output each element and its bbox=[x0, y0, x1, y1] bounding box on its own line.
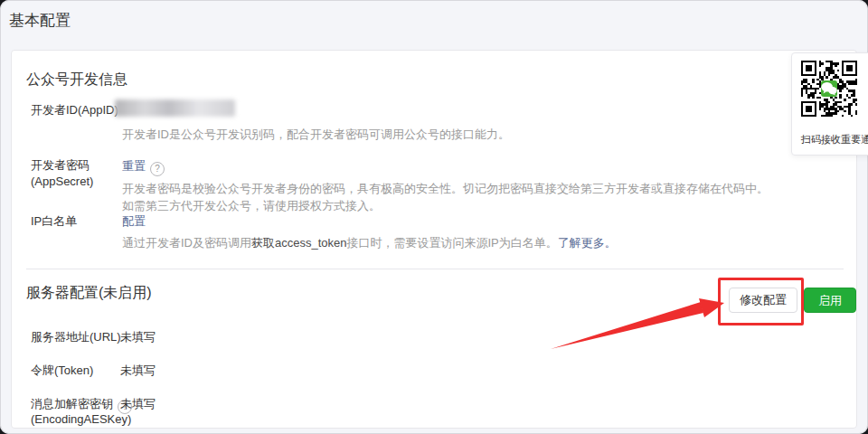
appsecret-help-icon[interactable]: ? bbox=[150, 162, 165, 176]
qr-code bbox=[801, 61, 857, 117]
server-url-label: 服务器地址(URL) bbox=[31, 329, 121, 344]
learn-more-link[interactable]: 了解更多。 bbox=[558, 236, 617, 250]
appsecret-actions: 重置? bbox=[122, 157, 165, 176]
server-url-value: 未填写 bbox=[120, 329, 156, 345]
configure-ip-whitelist-link[interactable]: 配置 bbox=[122, 213, 146, 230]
qr-notification-card: 扫码接收重要通知 bbox=[791, 52, 868, 156]
appid-label: 开发者ID(AppID) bbox=[31, 102, 118, 118]
appid-description: 开发者ID是公众号开发识别码，配合开发者密码可调用公众号的接口能力。 bbox=[122, 126, 775, 143]
basic-config-page: 基本配置 公众号开发信息 开发者ID(AppID) 开发者ID是公众号开发识别码… bbox=[0, 0, 868, 434]
aeskey-label-sub: (EncodingAESKey) bbox=[31, 411, 131, 427]
aeskey-value: 未填写 bbox=[120, 396, 156, 412]
reset-appsecret-link[interactable]: 重置 bbox=[122, 159, 146, 173]
ip-desc-suffix: 接口时，需要设置访问来源IP为白名单。 bbox=[347, 236, 558, 250]
appsecret-label-sub: (AppSecret) bbox=[31, 174, 93, 189]
qr-caption: 扫码接收重要通知 bbox=[801, 133, 868, 146]
enable-button[interactable]: 启用 bbox=[804, 288, 856, 313]
page-title: 基本配置 bbox=[9, 10, 71, 31]
ip-whitelist-label: IP白名单 bbox=[31, 213, 77, 229]
ip-desc-prefix: 通过开发者ID及密码调用 bbox=[122, 236, 251, 250]
appsecret-label: 开发者密码 bbox=[31, 157, 90, 173]
appid-value-redacted bbox=[115, 99, 235, 117]
section-divider bbox=[26, 269, 844, 269]
wechat-logo-icon bbox=[821, 80, 837, 97]
server-config-heading: 服务器配置(未启用) bbox=[26, 284, 152, 303]
main-card: 公众号开发信息 开发者ID(AppID) 开发者ID是公众号开发识别码，配合开发… bbox=[11, 50, 857, 429]
token-value: 未填写 bbox=[120, 363, 156, 379]
ip-whitelist-description: 通过开发者ID及密码调用获取access_token接口时，需要设置访问来源IP… bbox=[122, 234, 775, 251]
access-token-text: 获取access_token bbox=[251, 236, 347, 250]
modify-config-button[interactable]: 修改配置 bbox=[729, 288, 797, 313]
appsecret-description: 开发者密码是校验公众号开发者身份的密码，具有极高的安全性。切记勿把密码直接交给第… bbox=[122, 180, 775, 214]
dev-info-heading: 公众号开发信息 bbox=[26, 71, 127, 90]
token-label: 令牌(Token) bbox=[31, 363, 93, 378]
